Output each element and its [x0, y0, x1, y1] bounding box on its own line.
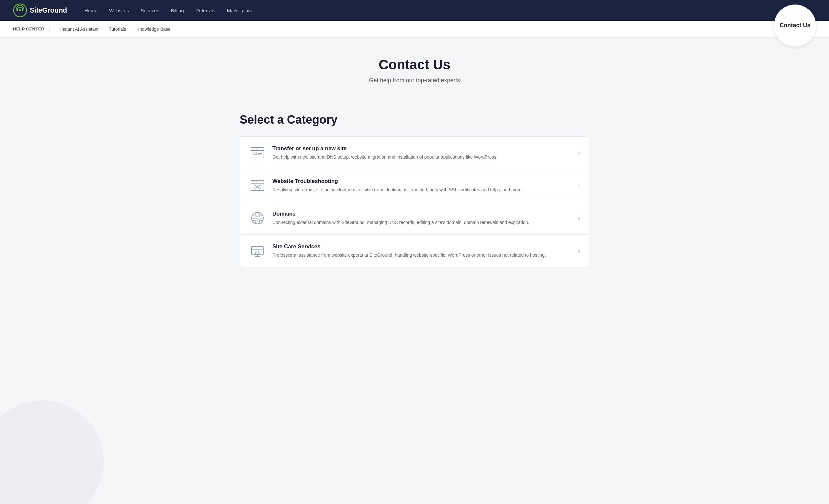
transfer-icon: [249, 144, 266, 161]
section-title: Select a Category: [240, 113, 589, 126]
category-desc-domains: Connecting external domains with SiteGro…: [272, 219, 573, 226]
category-name-site-care: Site Care Services: [272, 243, 573, 250]
svg-point-1: [19, 9, 21, 11]
category-name-domains: Domains: [272, 211, 573, 217]
svg-point-14: [256, 181, 257, 182]
sub-navigation: HELP CENTER Instant AI Assistant Tutoria…: [0, 21, 829, 38]
category-desc-site-care: Professional assistance from website exp…: [272, 252, 573, 259]
sub-nav-tutorials[interactable]: Tutorials: [104, 24, 131, 34]
nav-websites[interactable]: Websites: [105, 5, 134, 16]
page-title: Contact Us: [13, 57, 816, 73]
hero-subtitle: Get help from our top-rated experts: [13, 77, 816, 84]
category-text-site-care: Site Care Services Professional assistan…: [272, 243, 573, 259]
contact-us-circle[interactable]: Contact Us: [774, 4, 816, 47]
category-desc-troubleshooting: Resolving site errors, site being slow, …: [272, 187, 573, 193]
category-name-troubleshooting: Website Troubleshooting: [272, 178, 573, 185]
svg-point-12: [253, 181, 254, 182]
nav-billing[interactable]: Billing: [167, 5, 188, 16]
nav-home[interactable]: Home: [80, 5, 102, 16]
svg-point-13: [255, 181, 255, 182]
nav-services[interactable]: Services: [136, 5, 164, 16]
main-content: Select a Category Transfer or set up a n…: [220, 100, 609, 287]
svg-rect-20: [252, 246, 263, 255]
category-text-troubleshooting: Website Troubleshooting Resolving site e…: [272, 178, 573, 193]
logo[interactable]: SiteGround: [13, 3, 67, 17]
category-desc-transfer: Get help with new site and DNS setup, we…: [272, 154, 573, 161]
nav-referrals[interactable]: Referrals: [191, 5, 220, 16]
category-item-domains[interactable]: Domains Connecting external domains with…: [240, 202, 589, 235]
categories-list: Transfer or set up a new site Get help w…: [240, 136, 589, 267]
chevron-right-icon-3: ›: [578, 215, 580, 222]
nav-links: Home Websites Services Billing Referrals…: [80, 5, 816, 16]
nav-marketplace[interactable]: Marketplace: [222, 5, 258, 16]
category-text-domains: Domains Connecting external domains with…: [272, 211, 573, 226]
sub-nav-links: HELP CENTER Instant AI Assistant Tutoria…: [13, 24, 779, 34]
top-navigation: SiteGround Home Websites Services Billin…: [0, 0, 829, 21]
sub-nav-knowledge-base[interactable]: Knowledge Base: [131, 24, 176, 34]
svg-point-5: [255, 149, 255, 150]
category-item-transfer[interactable]: Transfer or set up a new site Get help w…: [240, 137, 589, 169]
category-item-troubleshooting[interactable]: Website Troubleshooting Resolving site e…: [240, 169, 589, 202]
nav-divider: [49, 26, 50, 32]
sub-nav-ai-assistant[interactable]: Instant AI Assistant: [55, 24, 104, 34]
chevron-right-icon-2: ›: [578, 182, 580, 189]
contact-us-label: Contact Us: [780, 22, 810, 29]
svg-point-4: [253, 149, 254, 150]
logo-text: SiteGround: [30, 6, 67, 14]
help-center-label: HELP CENTER: [13, 27, 49, 31]
hero-section: Contact Us Get help from our top-rated e…: [0, 38, 829, 100]
chevron-right-icon-4: ›: [578, 248, 580, 255]
svg-rect-7: [253, 152, 257, 155]
chevron-right-icon: ›: [578, 150, 580, 156]
category-text-transfer: Transfer or set up a new site Get help w…: [272, 145, 573, 161]
site-care-icon: [249, 242, 266, 259]
svg-point-6: [256, 149, 257, 150]
troubleshooting-icon: [249, 177, 266, 194]
domains-icon: [249, 210, 266, 227]
category-item-site-care[interactable]: Site Care Services Professional assistan…: [240, 235, 589, 267]
category-name-transfer: Transfer or set up a new site: [272, 145, 573, 152]
